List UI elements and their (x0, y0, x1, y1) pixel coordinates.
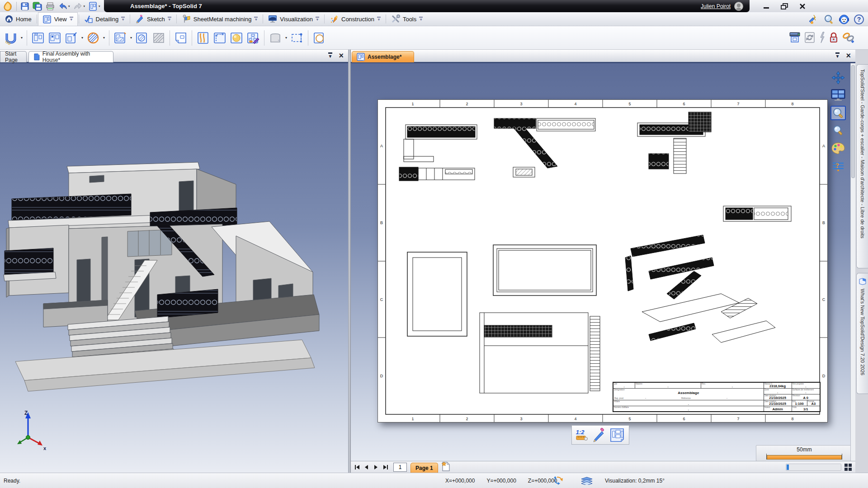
bom-annotate-button[interactable] (245, 29, 261, 47)
side-tab-whats-new[interactable]: What's New TopSolid'Design 7.20 2026 (856, 273, 868, 394)
projected-view-button[interactable] (47, 29, 63, 47)
help-icon[interactable]: ? (854, 14, 864, 25)
tabbar-close-button[interactable]: × (846, 52, 851, 60)
section-view-button[interactable] (134, 29, 150, 47)
switch-document-button[interactable]: ▾ (87, 1, 101, 12)
palette-button[interactable] (830, 141, 846, 155)
svg-text:?: ? (835, 162, 839, 169)
left-pane: Start Page Final Assembly with House* × (0, 50, 348, 473)
viewport-layout-button[interactable] (830, 88, 846, 103)
topsolid-logo-icon[interactable] (2, 1, 14, 12)
save-button[interactable] (19, 1, 30, 12)
last-page-button[interactable] (381, 463, 390, 472)
undo-button[interactable]: ▾ (57, 1, 71, 12)
lock-button[interactable] (828, 31, 839, 44)
tab-assemblage[interactable]: Assemblage* (352, 51, 414, 62)
undo-dropdown-icon[interactable]: ▾ (68, 5, 70, 8)
layers-icon[interactable] (580, 477, 593, 486)
close-button[interactable] (797, 1, 808, 11)
sheet-button[interactable] (173, 29, 189, 47)
tab-final-assembly[interactable]: Final Assembly with House* (28, 51, 113, 62)
bent-view-button[interactable] (212, 29, 228, 47)
view-tool-button[interactable] (609, 427, 625, 443)
dropdown-icon[interactable]: ▾ (80, 36, 85, 40)
auxiliary-view-button[interactable] (63, 29, 80, 47)
chevron-down-icon[interactable] (419, 17, 423, 22)
assistant-icon[interactable] (838, 14, 850, 25)
local-section-button[interactable] (112, 29, 128, 47)
redo-button[interactable]: ▾ (72, 1, 86, 12)
tab-view[interactable]: View (38, 12, 78, 26)
viewport-2d[interactable]: 1 2 3 4 5 6 7 8 1 2 3 4 5 (351, 63, 855, 461)
external-links-button[interactable] (842, 31, 855, 44)
print-preview-button[interactable] (788, 31, 801, 44)
rotation-mode-icon[interactable] (552, 475, 564, 488)
minimize-button[interactable] (760, 1, 772, 11)
page-number-input[interactable] (393, 463, 407, 472)
zone-label: 3 (520, 417, 522, 421)
frame-edit-button[interactable] (289, 29, 305, 47)
horizontal-scrollbar[interactable] (786, 464, 841, 471)
hatch-disabled-button[interactable] (151, 29, 167, 47)
tab-tools[interactable]: Tools (387, 12, 427, 26)
first-page-button[interactable] (353, 463, 361, 472)
chevron-down-icon[interactable] (377, 17, 381, 22)
scrollbar-thumb[interactable] (787, 465, 789, 470)
shaded-view-button[interactable] (228, 29, 245, 47)
tab-label: Sketch (147, 16, 165, 23)
dropdown-icon[interactable]: ▾ (19, 36, 24, 40)
tab-detailing[interactable]: Detailing (80, 12, 129, 26)
redo-dropdown-icon[interactable]: ▾ (84, 5, 85, 8)
update-button[interactable] (804, 31, 816, 44)
chevron-down-icon[interactable] (316, 17, 319, 22)
pan-button[interactable] (830, 70, 846, 85)
previous-page-button[interactable] (362, 463, 371, 472)
vertical-scrollbar[interactable] (850, 63, 855, 461)
include-document-button[interactable] (3, 29, 19, 47)
side-tab-document[interactable]: TopSolid'Steel - Garde-corps + escalier … (856, 64, 868, 268)
drawing-sheet[interactable]: 1 2 3 4 5 6 7 8 1 2 3 4 5 (377, 99, 828, 422)
sketch-tool-button[interactable] (592, 428, 605, 442)
print-area-button[interactable] (311, 29, 327, 47)
tabbar-collapse-button[interactable] (328, 52, 333, 59)
tab-start-page[interactable]: Start Page (0, 51, 27, 62)
user-link[interactable]: Julien Poirot (701, 3, 731, 9)
tab-home[interactable]: Home (1, 12, 36, 26)
user-avatar[interactable] (734, 2, 743, 11)
viewport-3d[interactable]: Z x (0, 63, 348, 473)
front-view-button[interactable] (30, 29, 46, 47)
command-search-icon[interactable] (808, 14, 820, 25)
dropdown-icon[interactable]: ▾ (129, 36, 133, 40)
tab-construction[interactable]: Construction (326, 12, 385, 26)
page-tab[interactable]: Page 1 (410, 463, 438, 473)
tabbar-collapse-button[interactable] (835, 52, 840, 59)
next-page-button[interactable] (372, 463, 380, 472)
switch-document-dropdown-icon[interactable]: ▾ (99, 5, 100, 8)
chevron-down-icon[interactable] (70, 17, 73, 22)
chevron-down-icon[interactable] (168, 17, 171, 22)
zoom-button[interactable] (830, 123, 846, 138)
tabbar-close-button[interactable]: × (339, 52, 344, 60)
print-button[interactable] (45, 1, 56, 12)
dropdown-icon[interactable]: ▾ (284, 36, 288, 40)
visual-settings-button[interactable]: ? (830, 159, 846, 173)
dropdown-icon[interactable]: ▾ (102, 36, 106, 40)
chevron-down-icon[interactable] (254, 17, 258, 22)
save-all-button[interactable] (32, 1, 43, 12)
chevron-down-icon[interactable] (121, 17, 125, 22)
tab-sheetmetal-machining[interactable]: SheetMetal machining (178, 12, 262, 26)
unfolded-view-button[interactable] (195, 29, 211, 47)
hatched-section-button[interactable] (85, 29, 101, 47)
zoom-window-button[interactable] (830, 106, 846, 120)
viewport-grid-button[interactable] (844, 464, 852, 471)
interrupt-lightning-icon[interactable] (819, 31, 826, 44)
restore-button[interactable] (778, 1, 790, 11)
corner-view-disabled-button[interactable] (267, 29, 283, 47)
scrollbar-thumb[interactable] (851, 65, 855, 178)
tab-visualization[interactable]: Visualization (264, 12, 323, 26)
scale-tool-button[interactable]: 1:2 (576, 429, 588, 441)
new-page-button[interactable] (441, 461, 451, 474)
tab-sketch[interactable]: Sketch (131, 12, 175, 26)
magnifier-icon[interactable] (824, 14, 835, 25)
house-3d-model[interactable] (0, 63, 348, 473)
